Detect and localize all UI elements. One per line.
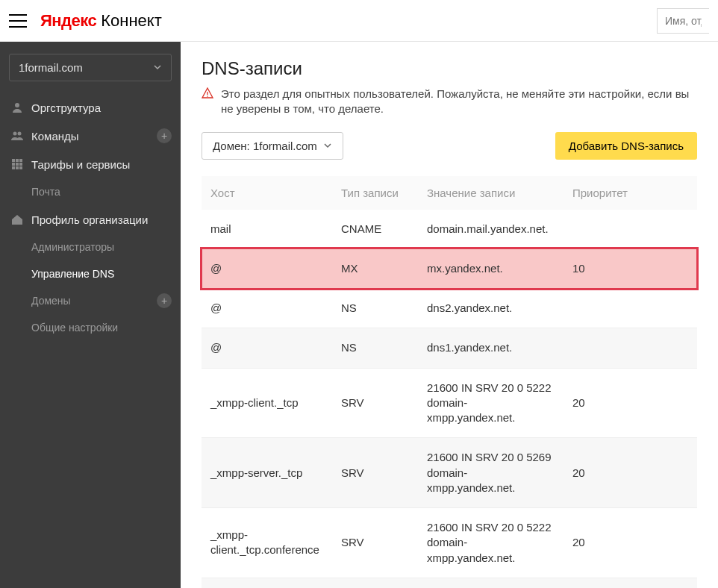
sidebar-item-label: Управление DNS: [31, 268, 114, 280]
cell-value: 21600 IN SRV 20 0 5222 domain-xmpp.yande…: [418, 508, 564, 578]
th-host: Хост: [202, 176, 332, 210]
cell-value: 21600 IN SRV 20 0 5269 domain-xmpp.yande…: [418, 438, 564, 508]
svg-point-13: [207, 96, 208, 97]
cell-priority: [564, 210, 697, 249]
table-row[interactable]: mailCNAMEdomain.mail.yandex.net.: [202, 210, 697, 249]
table-row[interactable]: @NSdns2.yandex.net.: [202, 289, 697, 328]
svg-rect-5: [19, 159, 22, 162]
cell-host: @: [202, 328, 332, 368]
svg-point-2: [18, 132, 22, 136]
sidebar-subitem-dns[interactable]: Управление DNS: [0, 260, 181, 287]
sidebar-item-label: Оргструктура: [31, 101, 101, 114]
sidebar-item-label: Тарифы и сервисы: [31, 158, 130, 171]
cell-host: @: [202, 248, 332, 288]
cell-value: mx.yandex.net.: [418, 248, 564, 288]
cell-type: SRV: [332, 438, 418, 508]
table-row[interactable]: _xmpp-client._tcpSRV21600 IN SRV 20 0 52…: [202, 368, 697, 438]
sidebar-item-org[interactable]: Оргструктура: [0, 93, 181, 122]
warning-text: Это раздел для опытных пользователей. По…: [221, 87, 697, 117]
svg-rect-3: [12, 159, 15, 162]
svg-rect-10: [16, 166, 19, 169]
sidebar-item-label: Команды: [31, 130, 79, 143]
cell-host: _xmpp-client._tcp: [202, 368, 332, 438]
brand-red: Яндекс: [40, 11, 96, 31]
svg-point-1: [13, 132, 17, 136]
svg-rect-8: [19, 163, 22, 166]
add-dns-record-button[interactable]: Добавить DNS-запись: [555, 132, 697, 160]
cell-host: _xmpp-server._tcp.conference: [202, 578, 332, 588]
cell-type: SRV: [332, 368, 418, 438]
th-priority: Приоритет: [564, 176, 697, 210]
plus-icon[interactable]: +: [157, 293, 172, 308]
cell-priority: 20: [564, 508, 697, 578]
sidebar-domain-label: 1formail.com: [19, 61, 83, 74]
table-row[interactable]: _xmpp-client._tcp.conferenceSRV21600 IN …: [202, 508, 697, 578]
cell-priority: 20: [564, 578, 697, 588]
sidebar: 1formail.com ОргструктураКоманды+Тарифы …: [0, 42, 181, 588]
svg-rect-7: [16, 163, 19, 166]
cell-type: SRV: [332, 578, 418, 588]
cell-host: _xmpp-server._tcp: [202, 438, 332, 508]
th-type: Тип записи: [332, 176, 418, 210]
sidebar-domain-select[interactable]: 1formail.com: [9, 54, 172, 81]
page-title: DNS-записи: [202, 58, 697, 79]
cell-priority: 10: [564, 248, 697, 288]
plus-icon[interactable]: +: [157, 128, 172, 143]
cell-type: MX: [332, 248, 418, 288]
person-icon: [10, 101, 24, 114]
domain-dropdown[interactable]: Домен: 1formail.com: [202, 132, 343, 160]
th-value: Значение записи: [418, 176, 564, 210]
chevron-down-icon: [153, 61, 162, 74]
sidebar-item-label: Общие настройки: [31, 322, 118, 334]
chevron-down-icon: [323, 140, 332, 152]
cell-value: dns1.yandex.net.: [418, 328, 564, 368]
cell-type: SRV: [332, 508, 418, 578]
people-icon: [10, 129, 24, 143]
cell-host: _xmpp-client._tcp.conference: [202, 508, 332, 578]
table-row[interactable]: _xmpp-server._tcp.conferenceSRV21600 IN …: [202, 578, 697, 588]
domain-dropdown-label: Домен: 1formail.com: [213, 140, 317, 152]
sidebar-item-label: Почта: [31, 186, 60, 198]
grid-icon: [10, 157, 24, 171]
cell-priority: [564, 328, 697, 368]
search-input[interactable]: [657, 8, 709, 34]
dns-table: Хост Тип записи Значение записи Приорите…: [202, 176, 697, 589]
sidebar-subitem-mail[interactable]: Почта: [0, 178, 181, 205]
cell-host: mail: [202, 210, 332, 249]
cell-priority: 20: [564, 438, 697, 508]
sidebar-item-tariffs[interactable]: Тарифы и сервисы: [0, 150, 181, 178]
svg-rect-9: [12, 166, 15, 169]
sidebar-item-label: Профиль организации: [31, 213, 148, 226]
brand-thin: Коннект: [101, 11, 162, 31]
cell-type: CNAME: [332, 210, 418, 249]
sidebar-item-label: Администраторы: [31, 241, 114, 253]
table-row[interactable]: @MXmx.yandex.net.10: [202, 248, 697, 288]
svg-rect-4: [16, 159, 19, 162]
cell-type: NS: [332, 289, 418, 328]
sidebar-subitem-domains[interactable]: Домены+: [0, 287, 181, 314]
home-icon: [10, 213, 24, 226]
cell-value: domain.mail.yandex.net.: [418, 210, 564, 249]
cell-value: 21600 IN SRV 20 0 5222 domain-xmpp.yande…: [418, 368, 564, 438]
svg-rect-11: [19, 166, 22, 169]
cell-value: 21600 IN SRV 20 0 5269 domain-xmpp.yande…: [418, 578, 564, 588]
sidebar-item-label: Домены: [31, 295, 71, 307]
table-row[interactable]: _xmpp-server._tcpSRV21600 IN SRV 20 0 52…: [202, 438, 697, 508]
table-row[interactable]: @NSdns1.yandex.net.: [202, 328, 697, 368]
sidebar-subitem-admins[interactable]: Администраторы: [0, 234, 181, 260]
cell-host: @: [202, 289, 332, 328]
sidebar-item-profile[interactable]: Профиль организации: [0, 205, 181, 234]
sidebar-item-teams[interactable]: Команды+: [0, 122, 181, 150]
sidebar-subitem-general[interactable]: Общие настройки: [0, 314, 181, 341]
cell-priority: [564, 289, 697, 328]
cell-type: NS: [332, 328, 418, 368]
cell-priority: 20: [564, 368, 697, 438]
svg-rect-6: [12, 163, 15, 166]
brand: Яндекс Коннект: [40, 11, 162, 31]
warning-icon: [202, 87, 213, 117]
cell-value: dns2.yandex.net.: [418, 289, 564, 328]
menu-hamburger[interactable]: [9, 14, 27, 28]
svg-point-0: [15, 103, 19, 107]
